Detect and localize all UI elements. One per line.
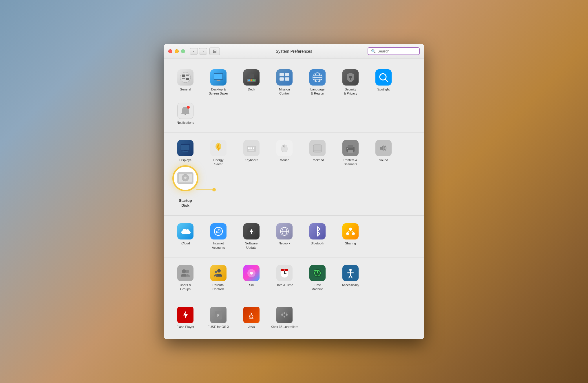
dock-icon xyxy=(243,69,260,86)
svg-point-0 xyxy=(180,72,191,83)
minimize-button[interactable] xyxy=(175,49,179,53)
svg-rect-42 xyxy=(251,148,252,149)
pref-keyboard[interactable]: Keyboard xyxy=(235,137,267,169)
pref-siri[interactable]: Siri xyxy=(235,262,267,294)
svg-text:Jul: Jul xyxy=(284,268,285,270)
pref-icloud[interactable]: iCloud xyxy=(169,220,201,253)
pref-displays[interactable]: Displays xyxy=(169,137,201,169)
svg-line-26 xyxy=(385,79,388,81)
svg-rect-3 xyxy=(182,78,185,79)
pref-startup[interactable]: StartupDisk xyxy=(169,170,201,211)
pref-trackpad[interactable]: Trackpad xyxy=(302,137,333,169)
search-input[interactable] xyxy=(377,49,416,53)
internet-label: InternetAccounts xyxy=(212,241,225,250)
svg-point-66 xyxy=(352,232,355,235)
spotlight-label: Spotlight xyxy=(377,87,390,91)
nav-buttons: ‹ › xyxy=(190,48,207,55)
pref-printers[interactable]: Printers &Scanners xyxy=(335,137,366,169)
svg-rect-44 xyxy=(249,150,254,150)
svg-rect-24 xyxy=(350,78,351,80)
pref-dock[interactable]: Dock xyxy=(235,66,267,99)
datetime-label: Date & Time xyxy=(276,283,293,287)
svg-rect-8 xyxy=(216,81,221,81)
close-button[interactable] xyxy=(168,49,172,53)
svg-point-92 xyxy=(281,314,283,316)
pref-desktop[interactable]: Desktop &Screen Saver xyxy=(202,66,234,99)
mission-icon xyxy=(276,69,293,86)
svg-line-87 xyxy=(349,275,350,278)
dock-label: Dock xyxy=(248,87,255,91)
desktop-icon xyxy=(210,69,227,86)
pref-mission[interactable]: MissionControl xyxy=(269,66,300,99)
svg-line-68 xyxy=(350,230,353,232)
svg-rect-35 xyxy=(248,147,249,148)
svg-rect-39 xyxy=(255,147,255,148)
pref-spotlight[interactable]: Spotlight xyxy=(368,66,399,99)
window-title: System Preferences xyxy=(276,49,312,54)
pref-sound[interactable]: Sound xyxy=(368,137,399,169)
parental-icon xyxy=(210,265,227,281)
pref-parental[interactable]: ParentalControls xyxy=(202,262,234,294)
pref-security[interactable]: Security& Privacy xyxy=(335,66,366,99)
pref-energy[interactable]: EnergySaver xyxy=(202,137,234,169)
keyboard-label: Keyboard xyxy=(244,158,258,162)
pref-software[interactable]: SoftwareUpdate xyxy=(235,220,267,253)
svg-rect-50 xyxy=(348,145,353,148)
pref-bluetooth[interactable]: Bluetooth xyxy=(302,220,333,253)
sharing-icon xyxy=(342,223,359,239)
pref-internet[interactable]: @ InternetAccounts xyxy=(202,220,234,253)
svg-rect-40 xyxy=(248,148,249,149)
pref-language[interactable]: Language& Region xyxy=(302,66,333,99)
pref-java[interactable]: Java xyxy=(235,304,267,332)
trackpad-label: Trackpad xyxy=(311,158,324,162)
maximize-button[interactable] xyxy=(181,49,185,53)
displays-icon xyxy=(177,140,193,156)
svg-point-93 xyxy=(284,312,285,314)
svg-rect-2 xyxy=(186,75,189,76)
pref-accessibility[interactable]: Accessibility xyxy=(335,262,366,294)
svg-rect-17 xyxy=(285,77,289,81)
grid-view-button[interactable]: ⊞ xyxy=(209,48,220,55)
pref-mouse[interactable]: Mouse xyxy=(269,137,300,169)
security-icon xyxy=(342,69,359,86)
language-icon xyxy=(309,69,326,86)
svg-point-11 xyxy=(251,79,252,81)
icloud-icon xyxy=(177,223,193,239)
printers-icon xyxy=(342,140,359,156)
startup-label: StartupDisk xyxy=(179,198,192,208)
svg-point-91 xyxy=(249,317,253,319)
spotlight-icon xyxy=(375,69,392,86)
svg-rect-52 xyxy=(347,148,348,149)
pref-notifications[interactable]: Notifications xyxy=(169,100,201,128)
svg-rect-41 xyxy=(249,148,251,149)
svg-rect-51 xyxy=(348,150,353,153)
back-button[interactable]: ‹ xyxy=(190,48,198,55)
search-box[interactable]: 🔍 xyxy=(368,47,420,55)
pref-timemachine[interactable]: TimeMachine xyxy=(302,262,333,294)
parental-label: ParentalControls xyxy=(213,283,224,291)
svg-point-12 xyxy=(253,79,255,81)
svg-point-56 xyxy=(184,177,187,179)
svg-rect-43 xyxy=(253,148,254,149)
svg-rect-27 xyxy=(185,114,186,115)
pref-general[interactable]: General xyxy=(169,66,201,99)
svg-rect-4 xyxy=(186,78,189,80)
svg-rect-36 xyxy=(249,147,251,148)
pref-xbox[interactable]: Xbox 36...ontrollers xyxy=(269,304,300,332)
energy-icon xyxy=(210,140,227,156)
pref-datetime[interactable]: 18Jul Date & Time xyxy=(269,262,300,294)
pref-sharing[interactable]: Sharing xyxy=(335,220,366,253)
section-hardware: Displays EnergySaver Keyboard xyxy=(164,132,424,216)
preferences-content: General Desktop &Screen Saver Dock xyxy=(164,59,424,339)
svg-rect-7 xyxy=(217,80,220,81)
pref-flash[interactable]: Flash Player xyxy=(169,304,201,332)
mission-label: MissionControl xyxy=(279,87,290,96)
forward-button[interactable]: › xyxy=(199,48,207,55)
pref-fuse[interactable]: F FUSE for OS X xyxy=(202,304,234,332)
svg-point-69 xyxy=(182,269,186,273)
svg-point-94 xyxy=(286,314,288,316)
svg-line-88 xyxy=(350,275,352,278)
pref-users[interactable]: Users &Groups xyxy=(169,262,201,294)
svg-text:@: @ xyxy=(216,228,221,234)
pref-network[interactable]: Network xyxy=(269,220,300,253)
